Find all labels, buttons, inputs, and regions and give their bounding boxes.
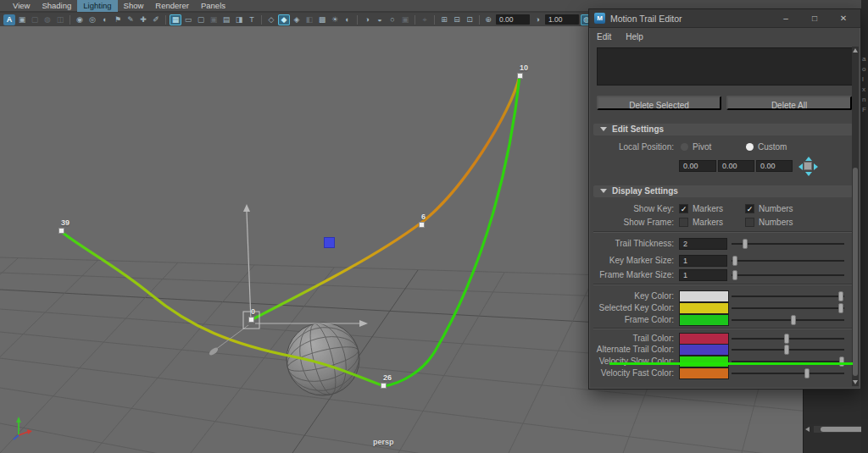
lighting-all-icon[interactable]: A xyxy=(3,14,15,25)
trail-key-0[interactable]: 0 xyxy=(249,318,253,322)
gamma-field[interactable]: 1.00 xyxy=(545,14,579,25)
pivot-radio[interactable] xyxy=(681,143,688,151)
bookmark-icon[interactable]: ⚑ xyxy=(112,14,124,25)
nudge-up-icon[interactable] xyxy=(805,157,812,161)
scroll-down-icon[interactable] xyxy=(853,380,858,384)
nudge-widget[interactable] xyxy=(799,157,817,175)
nudge-right-icon[interactable] xyxy=(814,163,818,170)
minimize-button[interactable]: – xyxy=(774,9,798,28)
horizontal-scrollbar[interactable] xyxy=(814,426,867,433)
trail-thickness-field[interactable]: 2 xyxy=(679,238,727,250)
menu-view[interactable]: View xyxy=(7,0,36,12)
motion-trail-list[interactable] xyxy=(597,47,854,86)
show-key-markers-checkbox[interactable]: ✓ xyxy=(679,204,688,213)
nudge-down-icon[interactable] xyxy=(805,172,812,176)
menu-lighting[interactable]: Lighting xyxy=(77,0,117,12)
lighting-selected-icon[interactable]: ▣ xyxy=(16,14,28,25)
select-tool-icon[interactable]: ⌖ xyxy=(419,14,431,25)
gamma-icon[interactable]: ◑ xyxy=(531,14,543,25)
resolution-gate-icon[interactable]: ▢ xyxy=(195,14,207,25)
slider-handle[interactable] xyxy=(732,270,737,280)
trail-key-39[interactable]: 39 xyxy=(59,229,64,233)
slider-handle[interactable] xyxy=(743,239,748,249)
slider-handle[interactable] xyxy=(732,256,737,266)
menu-edit[interactable]: Edit xyxy=(597,32,611,41)
velocity-slow-color-swatch[interactable] xyxy=(679,356,729,367)
copy-pose-icon[interactable]: ⊟ xyxy=(451,14,463,25)
trail-color-swatch[interactable] xyxy=(679,333,729,345)
field-chart-icon[interactable]: ▤ xyxy=(220,14,232,25)
snapshot-icon[interactable]: ⊡ xyxy=(464,14,476,25)
trail-color-slider[interactable] xyxy=(732,338,844,340)
menu-help[interactable]: Help xyxy=(626,32,643,41)
motion-blur-icon[interactable]: ◒ xyxy=(374,14,386,25)
lighting-none-icon[interactable]: ◍ xyxy=(42,14,53,25)
vertical-scrollbar[interactable] xyxy=(852,47,859,386)
slider-handle[interactable] xyxy=(784,345,789,355)
edit-settings-header[interactable]: Edit Settings xyxy=(593,124,853,135)
frame-color-swatch[interactable] xyxy=(679,314,729,326)
show-frame-markers-checkbox[interactable] xyxy=(679,218,688,227)
trail-thickness-slider[interactable] xyxy=(732,243,844,245)
window-titlebar[interactable]: M Motion Trail Editor – □ ✕ xyxy=(589,9,860,28)
camera-output-icon[interactable]: ◨ xyxy=(233,14,245,25)
textured-lighting-icon[interactable]: ◫ xyxy=(54,14,66,25)
maximize-button[interactable]: □ xyxy=(803,9,826,28)
ambient-occlusion-icon[interactable]: ◑ xyxy=(361,14,373,25)
film-gate-icon[interactable]: ▭ xyxy=(182,14,194,25)
alternate-trail-color-slider[interactable] xyxy=(732,349,844,351)
isolate-select-icon[interactable]: ▣ xyxy=(399,14,411,25)
scroll-left-icon[interactable] xyxy=(805,427,810,432)
key-marker-size-field[interactable]: 1 xyxy=(679,255,727,267)
menu-renderer[interactable]: Renderer xyxy=(149,0,195,12)
paste-pose-icon[interactable]: ⊞ xyxy=(438,14,450,25)
trail-key-6[interactable]: 6 xyxy=(420,223,424,227)
camera-aim-icon[interactable]: ◐ xyxy=(99,14,111,25)
slider-handle[interactable] xyxy=(838,303,843,313)
camera-lock-icon[interactable]: ◎ xyxy=(86,14,98,25)
menu-panels[interactable]: Panels xyxy=(195,0,231,12)
textured-shade-icon[interactable]: ◈ xyxy=(291,14,303,25)
exposure-field[interactable]: 0.00 xyxy=(496,14,530,25)
scroll-up-icon[interactable] xyxy=(853,48,858,52)
exposure-icon[interactable]: ⊕ xyxy=(482,14,494,25)
snap-icon[interactable]: ✚ xyxy=(137,14,149,25)
menu-shading[interactable]: Shading xyxy=(36,0,77,12)
slider-handle[interactable] xyxy=(784,334,789,344)
display-settings-header[interactable]: Display Settings xyxy=(593,185,853,197)
position-x-field[interactable]: 0.00 xyxy=(679,160,716,172)
show-frame-numbers-checkbox[interactable] xyxy=(745,218,754,227)
lights-icon[interactable]: ☀ xyxy=(329,14,341,25)
delete-all-button[interactable]: Delete All xyxy=(726,96,852,110)
grease-pencil-icon[interactable]: ✎ xyxy=(125,14,136,25)
depth-of-field-icon[interactable]: ○ xyxy=(387,14,398,25)
caption-icon[interactable]: T xyxy=(246,14,258,25)
nudge-left-icon[interactable] xyxy=(798,163,803,170)
custom-radio[interactable] xyxy=(746,143,754,151)
vertical-scrollbar-thumb[interactable] xyxy=(853,168,858,376)
velocity-fast-color-slider[interactable] xyxy=(732,373,844,374)
key-marker-size-slider[interactable] xyxy=(732,260,844,262)
frame-marker-size-slider[interactable] xyxy=(732,274,844,276)
slider-handle[interactable] xyxy=(838,291,843,301)
show-key-numbers-checkbox[interactable]: ✓ xyxy=(745,204,754,213)
alternate-trail-color-swatch[interactable] xyxy=(679,344,729,356)
wireframe-icon[interactable]: ◇ xyxy=(265,14,277,25)
selected-key-color-swatch[interactable] xyxy=(679,302,729,314)
grid-icon[interactable]: ▦ xyxy=(170,14,181,25)
key-color-slider[interactable] xyxy=(732,296,844,297)
delete-selected-button[interactable]: Delete Selected xyxy=(597,96,721,110)
frame-color-slider[interactable] xyxy=(732,319,844,321)
horizontal-scrollbar-thumb[interactable] xyxy=(821,427,866,432)
slider-handle[interactable] xyxy=(804,368,810,378)
selected-key-color-slider[interactable] xyxy=(732,307,844,309)
blue-cube-object[interactable] xyxy=(324,237,335,248)
velocity-fast-color-swatch[interactable] xyxy=(679,367,729,379)
trail-key-10[interactable]: 10 xyxy=(518,74,522,78)
smooth-shade-icon[interactable]: ◆ xyxy=(278,14,290,25)
slider-handle[interactable] xyxy=(791,315,796,325)
camera-icon[interactable]: ◉ xyxy=(74,14,86,25)
frame-marker-size-field[interactable]: 1 xyxy=(679,269,727,281)
nudge-center-handle[interactable] xyxy=(804,162,812,170)
wireframe-on-shaded-icon[interactable]: ▩ xyxy=(316,14,328,25)
